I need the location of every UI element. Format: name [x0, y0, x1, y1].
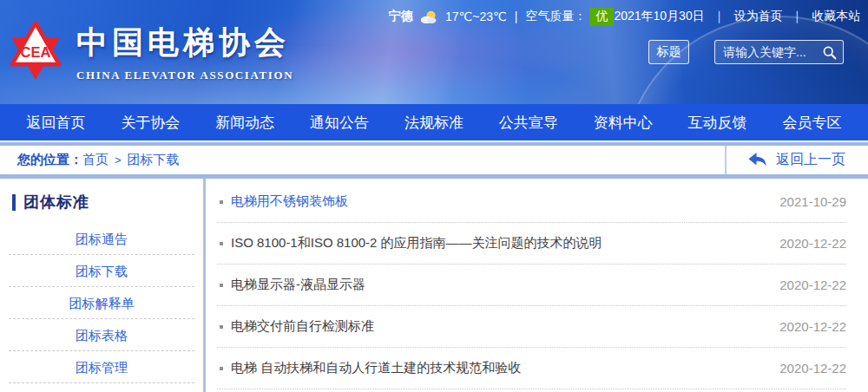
logo-text: CEA — [21, 44, 51, 60]
sidebar-item-interpretation[interactable]: 团标解释单 — [9, 287, 194, 319]
site-header: CEA 中国电梯协会 CHINA ELEVATOR ASSOCIATION 宁德… — [0, 0, 868, 104]
breadcrumb-home-link[interactable]: 首页 — [82, 152, 108, 168]
favorite-link[interactable]: 收藏本站 — [812, 9, 860, 24]
article-link[interactable]: 电梯显示器-液晶显示器 — [231, 277, 762, 293]
sidebar-item-notice[interactable]: 团标通告 — [9, 223, 194, 255]
nav-item-notices[interactable]: 通知公告 — [310, 113, 369, 133]
list-item: 电梯交付前自行检测标准 2020-12-22 — [217, 306, 846, 348]
content-area: 团体标准 团标通告 团标下载 团标解释单 团标表格 团标管理 电梯用不锈钢装饰板… — [0, 179, 868, 392]
topbar-separator: ｜ — [791, 9, 803, 24]
topbar-separator: ｜ — [713, 9, 726, 24]
search-icon[interactable] — [822, 45, 837, 63]
search-box — [714, 40, 844, 64]
current-date: 2021年10月30日 — [614, 9, 704, 24]
air-quality-label: 空气质量： — [525, 9, 586, 24]
nav-item-home[interactable]: 返回首页 — [26, 113, 85, 133]
article-date: 2020-12-22 — [779, 319, 846, 334]
nav-item-publicity[interactable]: 公共宣导 — [499, 113, 558, 133]
sidebar: 团体标准 团标通告 团标下载 团标解释单 团标表格 团标管理 — [0, 179, 206, 392]
topbar-separator: | — [515, 10, 518, 23]
hexagram-star-icon: CEA — [7, 20, 64, 82]
title-accent-bar — [12, 194, 16, 211]
nav-item-members[interactable]: 会员专区 — [782, 113, 841, 133]
breadcrumb-separator: > — [115, 154, 122, 167]
article-date: 2021-10-29 — [779, 194, 846, 209]
air-quality-badge: 优 — [589, 8, 614, 26]
bullet-icon — [220, 367, 223, 370]
site-title: 中国电梯协会 — [76, 22, 293, 64]
article-link[interactable]: 电梯用不锈钢装饰板 — [231, 193, 762, 210]
back-button-label: 返回上一页 — [776, 151, 845, 169]
nav-item-standards[interactable]: 法规标准 — [404, 113, 464, 133]
list-item: 电梯用不锈钢装饰板 2021-10-29 — [217, 181, 846, 223]
set-home-link[interactable]: 设为首页 — [733, 9, 782, 24]
breadcrumb-label: 您的位置： — [17, 152, 82, 168]
breadcrumb: 您的位置： 首页 > 团标下载 — [0, 152, 180, 168]
article-link[interactable]: 电梯 自动扶梯和自动人行道土建的技术规范和验收 — [231, 360, 762, 376]
bullet-icon — [220, 242, 223, 245]
list-item: 电梯 自动扶梯和自动人行道土建的技术规范和验收 2020-12-22 — [217, 348, 846, 389]
temperature-range: 17℃~23℃ — [445, 10, 507, 23]
article-date: 2020-12-22 — [779, 236, 846, 251]
nav-item-resources[interactable]: 资料中心 — [594, 113, 653, 133]
search-category-button[interactable]: 标题 — [648, 40, 689, 64]
cea-logo[interactable]: CEA — [7, 20, 64, 82]
bullet-icon — [220, 200, 223, 204]
nav-item-about[interactable]: 关于协会 — [121, 113, 180, 133]
sidebar-item-forms[interactable]: 团标表格 — [9, 319, 194, 351]
list-item: ISO 8100-1和ISO 8100-2 的应用指南——关注问题的技术的说明 … — [217, 223, 846, 265]
article-date: 2020-12-22 — [779, 278, 846, 292]
topbar: 宁德 17℃~23℃ | 空气质量： 优 2021年10月30日 ｜ 设为首页 … — [389, 7, 857, 26]
sidebar-title-block: 团体标准 — [0, 192, 203, 212]
article-list: 电梯用不锈钢装饰板 2021-10-29 ISO 8100-1和ISO 8100… — [206, 179, 868, 392]
back-button[interactable]: 返回上一页 — [725, 146, 868, 174]
weather-city: 宁德 — [389, 9, 413, 24]
site-subtitle: CHINA ELEVATOR ASSOCIATION — [76, 69, 293, 82]
bullet-icon — [220, 284, 223, 287]
bullet-icon — [220, 325, 223, 329]
page: CEA 中国电梯协会 CHINA ELEVATOR ASSOCIATION 宁德… — [0, 0, 868, 392]
breadcrumb-current-link[interactable]: 团标下载 — [128, 152, 180, 168]
sidebar-title: 团体标准 — [23, 192, 89, 212]
breadcrumb-bar: 您的位置： 首页 > 团标下载 返回上一页 — [0, 142, 868, 179]
search-area: 标题 — [648, 40, 844, 64]
brand-block: 中国电梯协会 CHINA ELEVATOR ASSOCIATION — [76, 22, 293, 82]
article-link[interactable]: ISO 8100-1和ISO 8100-2 的应用指南——关注问题的技术的说明 — [231, 235, 762, 252]
weather-icon — [419, 10, 438, 24]
nav-item-news[interactable]: 新闻动态 — [215, 113, 274, 133]
nav-item-feedback[interactable]: 互动反馈 — [688, 113, 747, 133]
article-date: 2020-12-22 — [779, 361, 846, 376]
list-item: 电梯显示器-液晶显示器 2020-12-22 — [217, 265, 846, 306]
back-arrow-icon — [747, 152, 767, 168]
sidebar-item-management[interactable]: 团标管理 — [9, 351, 194, 383]
article-link[interactable]: 电梯交付前自行检测标准 — [231, 318, 762, 335]
main-nav: 返回首页 关于协会 新闻动态 通知公告 法规标准 公共宣导 资料中心 互动反馈 … — [0, 104, 868, 140]
sidebar-item-download[interactable]: 团标下载 — [9, 255, 194, 287]
